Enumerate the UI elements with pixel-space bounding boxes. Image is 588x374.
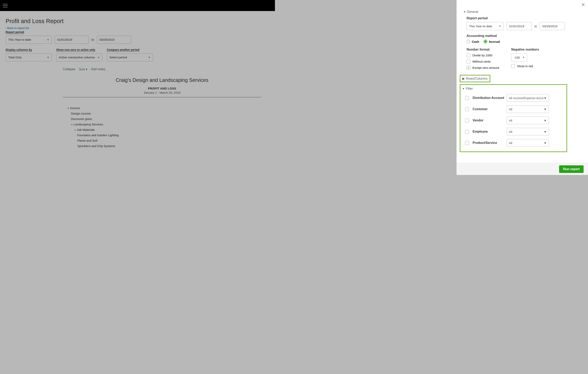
period-select[interactable]: This Year-to-date▼ [6,36,52,44]
tree-label: Landscaping Services [74,123,103,126]
back-link-text: Back to report list [7,26,29,30]
chevron-left-icon: ‹ [6,26,6,30]
hamburger-icon[interactable] [3,4,8,7]
collapse-link[interactable]: Collapse [63,67,75,71]
to-text: to [92,38,94,41]
tree-label: Plants and Soil [77,139,97,142]
show-nonzero-select[interactable]: Active rows/active columns▼ [56,53,102,61]
tree-row[interactable]: Discounts given [63,116,261,122]
display-columns-label: Display columns by [6,48,52,51]
report-tree: ▼IncomeDesign incomeDiscounts given▼Land… [63,105,261,149]
caret-down-icon: ▼ [148,56,150,59]
sort-link[interactable]: Sort ▾ [79,67,87,71]
tree-row[interactable]: ▼Job Materials [63,127,261,132]
compare-select[interactable]: Select period▼ [107,53,153,61]
tree-row[interactable]: Design income [63,111,261,116]
report-period-label: Report period [6,31,269,34]
date-to-input[interactable]: 03/29/2019 [97,36,131,44]
caret-down-icon: ▼ [47,39,49,41]
caret-down-icon: ▼ [97,56,100,59]
date-range: January 1 - March 29, 2019 [63,91,261,94]
report-name: PROFIT AND LOSS [63,87,261,90]
options-row: Display columns by Total Only▼ Show non-… [6,48,269,61]
report-toolbar: Collapse Sort ▾ Add notes [63,67,261,71]
tree-row[interactable]: Plants and Soil [63,138,261,143]
triangle-down-icon: ▼ [74,129,76,131]
tree-label: Discounts given [71,117,92,121]
divider [63,97,261,97]
caret-down-icon: ▼ [47,56,49,59]
triangle-down-icon: ▼ [71,124,73,126]
tree-row[interactable]: ▼Income [63,105,261,111]
date-from-input[interactable]: 01/01/2019 [55,36,89,44]
tree-label: Sprinklers and Drip Systems [77,144,115,148]
report-area: Profit and Loss Report ‹ Back to report … [0,11,275,149]
page-title: Profit and Loss Report [6,18,269,24]
show-nonzero-label: Show non-zero or active only [56,48,102,51]
tree-label: Income [70,106,80,110]
triangle-down-icon: ▼ [67,107,69,110]
tree-label: Job Materials [77,128,95,131]
back-link[interactable]: ‹ Back to report list [6,26,29,30]
report-body: Collapse Sort ▾ Add notes Craig's Design… [63,67,261,149]
tree-label: Design income [71,112,91,115]
addnotes-link[interactable]: Add notes [91,67,105,71]
caret-down-icon: ▾ [86,68,87,71]
company-name: Craig's Design and Landscaping Services [63,77,261,83]
tree-row[interactable]: Fountains and Garden Lighting [63,132,261,138]
period-row: This Year-to-date▼ 01/01/2019 to 03/29/2… [6,36,269,44]
tree-label: Fountains and Garden Lighting [77,134,119,137]
top-bar [0,0,275,11]
compare-label: Compare another period [107,48,153,51]
display-columns-select[interactable]: Total Only▼ [6,53,52,61]
tree-row[interactable]: Sprinklers and Drip Systems [63,143,261,149]
tree-row[interactable]: ▼Landscaping Services [63,122,261,127]
